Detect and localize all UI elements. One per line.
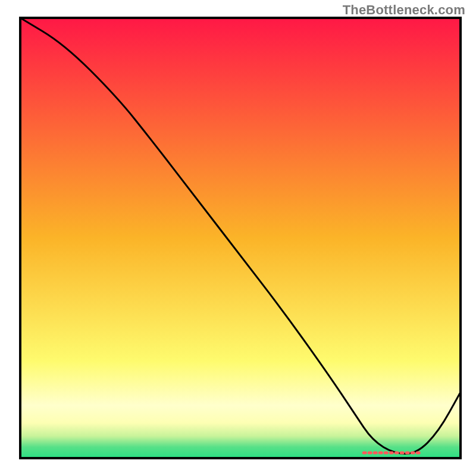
bottleneck-chart: [0, 0, 476, 476]
plot-background: [20, 18, 461, 458]
chart-container: TheBottleneck.com: [0, 0, 476, 476]
